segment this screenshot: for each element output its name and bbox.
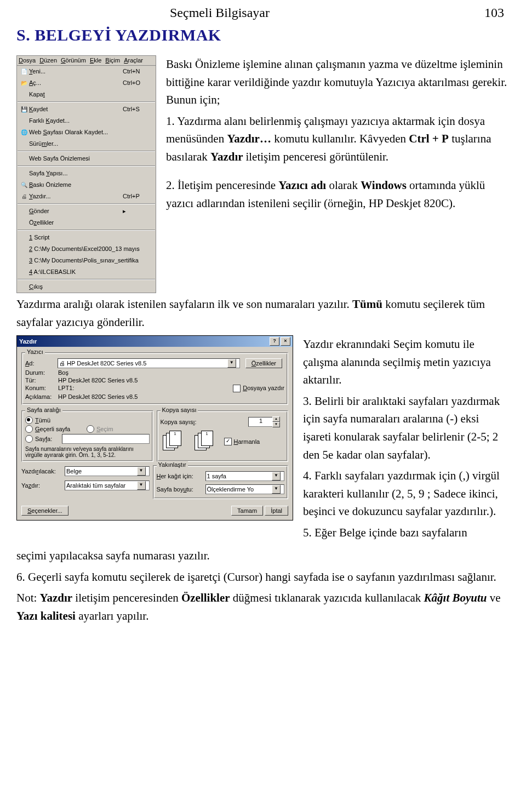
range-all-label: Tümü [35, 417, 50, 424]
type-label: Tür: [25, 377, 58, 384]
print-to-file-checkbox[interactable] [233, 385, 241, 392]
menubar-item[interactable]: Düzen [39, 57, 57, 64]
foot-p3: Not: Yazdır iletişim penceresinden Özell… [16, 589, 510, 625]
foot-p2: 6. Geçerli sayfa komutu seçilerek de işa… [16, 568, 510, 586]
collate-checkbox[interactable] [224, 438, 232, 445]
print-label: Yazdır: [21, 482, 62, 489]
menu-item[interactable]: Gönder▸ [17, 205, 156, 217]
menu-item[interactable]: Sayfa Yapısı... [17, 168, 156, 179]
page-number: 103 [484, 5, 504, 20]
collate-icon: 3 2 1 [195, 431, 222, 453]
menu-item[interactable]: 🔍Baskı Önizleme [17, 179, 156, 191]
right-p2: 3. Belirli bir aralıktaki sayfaları yazd… [303, 392, 510, 464]
menu-item[interactable]: 📄Yeni...Ctrl+N [17, 66, 156, 77]
comment-value: HP DeskJet 820C Series v8.5 [58, 393, 138, 400]
menu-item[interactable]: Farklı Kaydet... [17, 115, 156, 127]
menubar-item[interactable]: Ekle [90, 57, 101, 64]
range-current-radio[interactable] [25, 425, 33, 433]
file-menu-screenshot: DosyaDüzenGörünümEkleBiçimAraçlar 📄Yeni.… [16, 55, 156, 293]
printer-groupbox: Yazıcı [25, 348, 45, 355]
print-dialog-screenshot: Yazdır ? × Yazıcı Ad: 🖨 HP DeskJet 820C … [16, 335, 293, 521]
ok-button[interactable]: Tamam [231, 506, 263, 516]
printwhat-dropdown[interactable]: Belge▼ [65, 466, 150, 476]
where-value: LPT1: [58, 385, 233, 392]
range-current-label: Geçerli sayfa [35, 426, 84, 432]
collate-icon: 3 2 1 [163, 431, 190, 453]
menu-item[interactable]: 1 Script [17, 232, 156, 243]
menubar-item[interactable]: Araçlar [124, 57, 143, 64]
options-button[interactable]: Seçenekler... [21, 506, 68, 516]
copies-label: Kopya sayısı: [161, 419, 247, 425]
course-title: Seçmeli Bilgisayar [170, 5, 270, 20]
menubar-item[interactable]: Biçim [105, 57, 120, 64]
comment-label: Açıklama: [25, 393, 58, 400]
step-1: 1. Yazdırma alanı belirlenmiş çalışmayı … [166, 112, 510, 166]
print-dropdown[interactable]: Aralıktaki tüm sayfalar▼ [65, 481, 150, 490]
range-pages-input[interactable] [62, 434, 150, 444]
menu-item[interactable]: 📂Aç...Ctrl+O [17, 77, 156, 89]
step-2: 2. İletişim penceresinde Yazıcı adı olar… [166, 176, 510, 212]
persheet-label: Her kağıt için: [157, 473, 203, 479]
foot-p1: seçimi yapılacaksa sayfa numarası yazılı… [16, 547, 510, 565]
range-selection-label: Seçim [96, 426, 113, 432]
printer-name-label: Ad: [25, 360, 55, 367]
right-p3: 4. Farklı sayfaları yazdırmak için (,) v… [303, 467, 510, 521]
scale-dropdown[interactable]: Ölçeklendirme Yo▼ [205, 484, 285, 494]
range-selection-radio [87, 425, 94, 433]
collate-label: Harmanla [234, 438, 260, 445]
dialog-title: Yazdır [19, 338, 268, 345]
menu-item[interactable]: 🖨Yazdır...Ctrl+P [17, 191, 156, 202]
menu-item[interactable]: 🌐Web Sayfası Olarak Kaydet... [17, 127, 156, 138]
range-paragraph: Yazdırma aralığı olarak istenilen sayfal… [16, 295, 510, 331]
menu-item[interactable]: 4 A:\ILCEBASLIK [17, 266, 156, 278]
section-title: S. BELGEYİ YAZDIRMAK [16, 26, 510, 44]
menu-item[interactable]: Özellikler [17, 217, 156, 228]
range-pages-radio[interactable] [25, 435, 33, 443]
range-all-radio[interactable] [25, 416, 33, 424]
printer-name-dropdown[interactable]: 🖨 HP DeskJet 820C Series v8.5▼ [58, 358, 240, 368]
help-button[interactable]: ? [270, 337, 279, 346]
status-label: Durum: [25, 369, 58, 376]
menubar-item[interactable]: Görünüm [61, 57, 86, 64]
close-button[interactable]: × [281, 337, 290, 346]
menu-item[interactable]: Kapat [17, 89, 156, 100]
intro-paragraph: Baskı Önizleme işlemine alınan çalışmanı… [166, 55, 510, 109]
menu-item[interactable]: Çıkış [17, 281, 156, 293]
range-groupbox: Sayfa aralığı [25, 407, 62, 413]
copies-spinner[interactable]: ▲▼ [272, 416, 282, 427]
zoom-groupbox: Yakınlaştır [157, 461, 188, 468]
printwhat-label: Yazdırılacak: [21, 468, 62, 474]
scale-label: Sayfa boyutu: [157, 486, 203, 493]
print-to-file-label: Dosyaya yazdır [243, 385, 284, 392]
menu-item[interactable]: 3 C:\My Documents\Polis_sınav_sertifika [17, 255, 156, 266]
range-pages-label: Sayfa: [35, 436, 60, 442]
menubar-item[interactable]: Dosya [19, 57, 36, 64]
menu-item[interactable]: 2 C:\My Documents\Excel2000_13 mayıs [17, 243, 156, 255]
menu-item[interactable]: 💾KaydetCtrl+S [17, 104, 156, 115]
copies-input[interactable]: 1 [248, 417, 273, 427]
where-label: Konum: [25, 385, 58, 392]
cancel-button[interactable]: İptal [265, 506, 288, 516]
type-value: HP DeskJet 820C Series v8.5 [58, 377, 138, 384]
range-help: Sayfa numaralarını ve/veya sayfa aralıkl… [25, 446, 150, 458]
menu-item[interactable]: Sürümler... [17, 138, 156, 150]
properties-button[interactable]: Özellikler [245, 358, 282, 368]
right-p4: 5. Eğer Belge içinde bazı sayfaların [303, 524, 510, 542]
menu-item[interactable]: Web Sayfa Önizlemesi [17, 153, 156, 164]
right-p1: Yazdır ekranındaki Seçim komutu ile çalı… [303, 335, 510, 389]
status-value: Boş [58, 369, 68, 376]
copies-groupbox: Kopya sayısı [161, 407, 198, 413]
persheet-dropdown[interactable]: 1 sayfa▼ [205, 471, 285, 481]
